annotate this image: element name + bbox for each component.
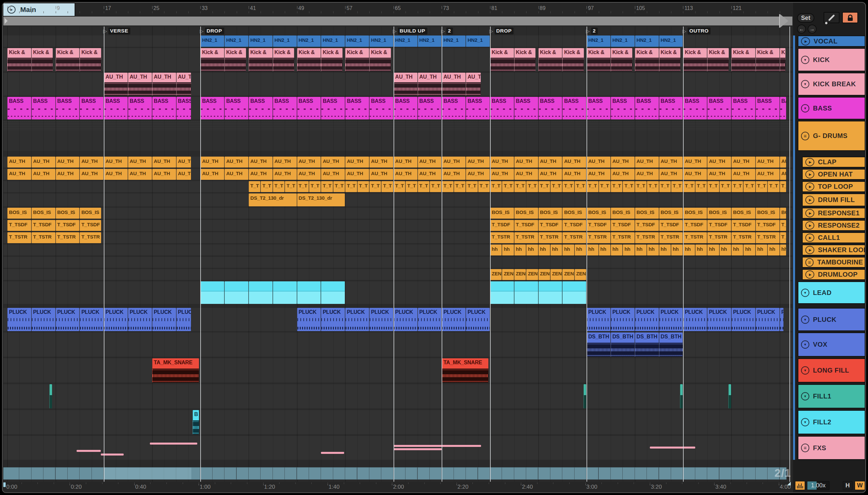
clip-lead[interactable] [297, 281, 321, 304]
clip-top-loop[interactable]: T_T [369, 181, 381, 192]
clip-open-hat[interactable]: AU_TH [32, 169, 55, 180]
clip-shaker-loop[interactable]: hh [695, 244, 707, 255]
clip-open-hat[interactable]: AU_TH [707, 169, 731, 180]
group-icon[interactable]: ≡ [805, 258, 814, 267]
clip-call1[interactable]: T_TSTR [731, 232, 755, 243]
clip-bass[interactable]: BASS [442, 97, 465, 119]
clip-clap[interactable]: AU_TH [297, 157, 321, 168]
clip-response1[interactable]: BOS_IS [586, 208, 610, 219]
clip-top-loop[interactable]: T_T [780, 181, 786, 192]
clip-top-loop[interactable]: T_T [418, 181, 429, 192]
clip-call1[interactable]: T_TSTR [611, 232, 635, 243]
clip-clap[interactable]: AU_TH [538, 157, 562, 168]
clip-vocal[interactable]: HN2_1 [393, 35, 418, 47]
clip-drumloop[interactable]: ZEN [526, 269, 538, 280]
track-header-fill2[interactable]: ▼FILL2 [798, 410, 865, 434]
clip-lead[interactable] [200, 281, 224, 304]
clip-response2[interactable]: T_TSDF [538, 220, 562, 231]
clip-response1[interactable]: BOS_IS [514, 208, 538, 219]
clip-kick-break[interactable]: AU_TH [176, 73, 191, 96]
scrub-bar[interactable] [3, 17, 792, 25]
clip-response2[interactable]: T_TSDF [586, 220, 610, 231]
clip-call1[interactable]: T_TSTR [586, 232, 610, 243]
clip-open-hat[interactable]: AU_TH [225, 169, 248, 180]
forward-button[interactable]: → [808, 24, 817, 34]
clip-top-loop[interactable]: T_T [611, 181, 622, 192]
track-header-kick[interactable]: ▼KICK [798, 48, 865, 71]
clip-clap[interactable]: AU_TH [780, 157, 786, 168]
clip-call1[interactable]: T_TSTR [707, 232, 731, 243]
clip-clap[interactable]: AU_TH [562, 157, 586, 168]
clip-clap[interactable]: AU_TH [152, 157, 176, 168]
clip-open-hat[interactable]: AU_TH [393, 169, 418, 180]
clip-shaker-loop[interactable]: hh [659, 244, 671, 255]
clip-top-loop[interactable]: T_T [406, 181, 417, 192]
clip-open-hat[interactable]: AU_TH [780, 169, 786, 180]
clip-top-loop[interactable]: T_T [659, 181, 671, 192]
clip-bass[interactable]: BASS [683, 97, 707, 119]
clip-shaker-loop[interactable]: hh [574, 244, 586, 255]
fxs-midi-note[interactable] [650, 447, 695, 448]
play-icon[interactable]: ▶ [805, 246, 814, 254]
clip-call1[interactable]: T_TSTR [659, 232, 683, 243]
locator-drop[interactable]: ▷DROP [200, 27, 224, 34]
clip-clap[interactable]: AU_TH [128, 157, 152, 168]
clip-bass[interactable]: BASS [466, 97, 490, 119]
fold-icon[interactable]: ▼ [801, 418, 809, 426]
clip-clap[interactable]: AU_TH [321, 157, 345, 168]
clip-bass[interactable]: BASS [321, 97, 345, 119]
clip-clap[interactable]: AU_TH [32, 157, 55, 168]
clip-clap[interactable]: AU_TH [731, 157, 755, 168]
zoom-level-field[interactable]: 1.00x [807, 481, 830, 490]
clip-kick[interactable]: Kick & [321, 48, 342, 71]
clip-response2[interactable]: T_TSDF [56, 220, 79, 231]
clip-response1[interactable]: BOS_IS [611, 208, 635, 219]
clip-top-loop[interactable]: T_T [345, 181, 357, 192]
clip-open-hat[interactable]: AU_TH [200, 169, 224, 180]
clip-vocal[interactable]: HN2_1 [200, 35, 224, 47]
clip-top-loop[interactable]: T_T [454, 181, 465, 192]
clip-top-loop[interactable]: T_T [526, 181, 538, 192]
clip-kick[interactable]: Kick & [562, 48, 584, 71]
clip-bass[interactable]: BASS [176, 97, 191, 119]
play-icon[interactable]: ▶ [805, 183, 814, 191]
clip-call1[interactable]: T_TSTR [635, 232, 659, 243]
clip-shaker-loop[interactable]: hh [490, 244, 502, 255]
track-header-drum-fill[interactable]: ▶DRUM FILL [802, 193, 865, 206]
clip-bass[interactable]: BASS [7, 97, 31, 119]
clip-top-loop[interactable]: T_T [707, 181, 719, 192]
track-header-call1[interactable]: ▶CALL1 [802, 232, 865, 243]
clip-clap[interactable]: AU_TH [466, 157, 490, 168]
clip-shaker-loop[interactable]: hh [502, 244, 514, 255]
fold-icon[interactable]: ▼ [801, 366, 809, 375]
clip-top-loop[interactable]: T_T [490, 181, 502, 192]
clip-top-loop[interactable]: T_T [720, 181, 731, 192]
clip-drumloop[interactable]: ZEN [538, 269, 550, 280]
clip-bass[interactable]: BASS [611, 97, 635, 119]
clip-top-loop[interactable]: T_T [599, 181, 610, 192]
clip-open-hat[interactable]: AU_TH [79, 169, 103, 180]
clip-open-hat[interactable]: AU_TH [635, 169, 659, 180]
clip-shaker-loop[interactable]: hh [756, 244, 767, 255]
track-header-bass[interactable]: ▼BASS [798, 97, 865, 119]
clip-open-hat[interactable]: AU_TH [369, 169, 393, 180]
clip-pluck[interactable]: PLUCK [731, 308, 755, 331]
clip-top-loop[interactable]: T_T [357, 181, 369, 192]
clip-lead[interactable] [225, 281, 248, 304]
clip-response1[interactable]: BOS_IS [731, 208, 755, 219]
clip-top-loop[interactable]: T_T [514, 181, 526, 192]
clip-bass[interactable]: BASS [128, 97, 152, 119]
play-icon[interactable]: ▶ [805, 196, 814, 204]
clip-top-loop[interactable]: T_T [442, 181, 453, 192]
clip-response1[interactable]: BOS_IS [635, 208, 659, 219]
clip-pluck[interactable]: PLUCK [635, 308, 659, 331]
track-header-vox[interactable]: ▼VOX [798, 332, 865, 357]
clip-vocal[interactable]: HN2_1 [635, 35, 659, 47]
clip-kick-break[interactable]: AU_TH [442, 73, 465, 96]
fold-icon[interactable]: ▼ [801, 392, 809, 400]
clip-response2[interactable]: T_TSDF [32, 220, 55, 231]
clip-drumloop[interactable]: ZEN [562, 269, 574, 280]
clip-pluck[interactable]: PLUCK [756, 308, 779, 331]
clip-response1[interactable]: BOS_IS [490, 208, 514, 219]
clip-top-loop[interactable]: T_T [430, 181, 441, 192]
